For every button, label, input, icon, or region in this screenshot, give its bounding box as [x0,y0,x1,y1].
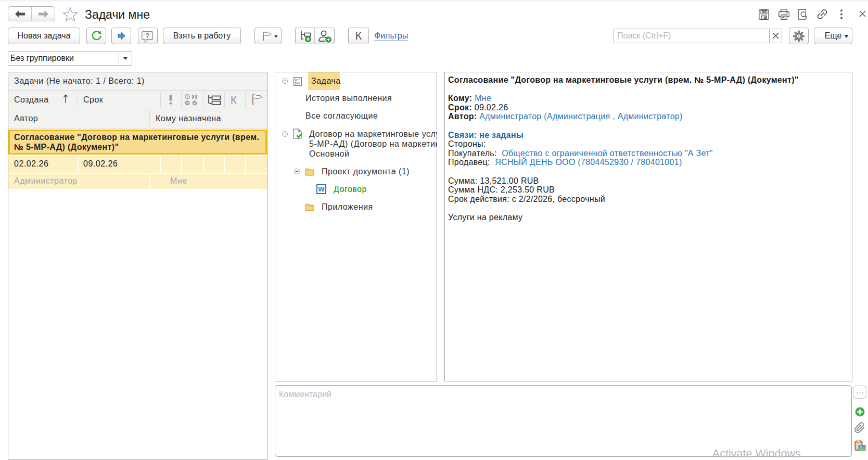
svg-text:W: W [318,185,325,193]
svg-text:?: ? [145,32,149,40]
